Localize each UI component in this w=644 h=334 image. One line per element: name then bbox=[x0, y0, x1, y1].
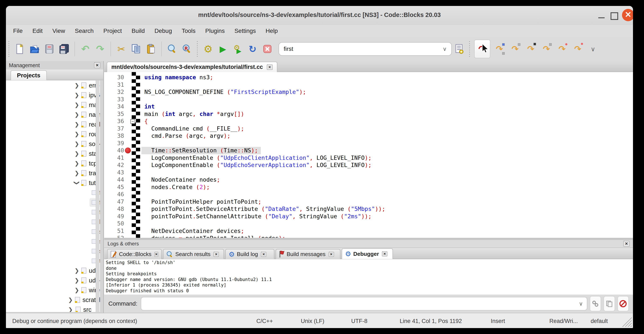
stop-debugger-button[interactable] bbox=[618, 296, 629, 311]
tree-item-mat[interactable]: ❯mat bbox=[6, 100, 100, 110]
code-line-31[interactable]: 31 bbox=[104, 81, 633, 89]
tree-item-tuto[interactable]: ❯tuto bbox=[6, 178, 100, 188]
line-number[interactable]: 40 bbox=[104, 147, 124, 154]
code-line-42[interactable]: 42 LogComponentEnable ("UdpEchoServerApp… bbox=[104, 161, 633, 169]
line-number[interactable]: 46 bbox=[104, 191, 124, 198]
fold-marker-icon[interactable]: − bbox=[130, 119, 135, 124]
tree-item-scratch[interactable]: ❯scratch bbox=[6, 295, 100, 305]
tree-item-si[interactable]: si bbox=[6, 246, 100, 256]
line-number[interactable]: 45 bbox=[104, 184, 124, 191]
save-all-button[interactable] bbox=[59, 43, 70, 55]
chevron-collapsed-icon[interactable]: ❯ bbox=[68, 297, 73, 303]
line-number[interactable]: 34 bbox=[104, 103, 124, 110]
horizontal-splitter[interactable] bbox=[104, 238, 633, 240]
toolbar-overflow-button[interactable]: ∨ bbox=[588, 43, 598, 55]
line-number[interactable]: 50 bbox=[104, 220, 124, 227]
next-line-button[interactable]: ↷ bbox=[509, 42, 521, 56]
step-into-button[interactable]: ↷ bbox=[525, 42, 536, 56]
log-tab-close-icon[interactable]: ✕ bbox=[154, 252, 158, 257]
management-close-icon[interactable]: ✕ bbox=[94, 62, 100, 68]
code-line-45[interactable]: 45 nodes.Create (2); bbox=[104, 184, 633, 191]
editor-tab-first-cc[interactable]: mnt/dev/tools/source/ns-3-dev/examples/t… bbox=[107, 62, 277, 72]
code-line-39[interactable]: 39 bbox=[104, 140, 633, 147]
debugger-log[interactable]: Setting SHELL to '/bin/sh'doneSetting br… bbox=[104, 259, 633, 294]
menu-file[interactable]: File bbox=[13, 28, 23, 34]
log-tab-code-blocks[interactable]: Code::Blocks✕ bbox=[107, 249, 162, 259]
rebuild-button[interactable]: ↻ bbox=[247, 43, 258, 55]
code-line-30[interactable]: 30using namespace ns3; bbox=[104, 74, 633, 81]
tree-item-se[interactable]: se bbox=[6, 236, 100, 246]
chevron-collapsed-icon[interactable]: ❯ bbox=[74, 121, 79, 128]
editor-tab-close-icon[interactable]: ✕ bbox=[267, 65, 273, 70]
code-line-52[interactable]: 52 devices = pointToPoint.Install (nodes… bbox=[104, 235, 633, 238]
log-tab-debugger[interactable]: ⚙Debugger✕ bbox=[342, 248, 393, 259]
paste-button[interactable] bbox=[146, 43, 156, 55]
run-button[interactable]: ▶ bbox=[218, 43, 228, 55]
chevron-collapsed-icon[interactable]: ❯ bbox=[74, 287, 79, 293]
chevron-collapsed-icon[interactable]: ❯ bbox=[68, 306, 74, 312]
chevron-collapsed-icon[interactable]: ❯ bbox=[74, 277, 79, 283]
build-target-combo[interactable]: first∨ bbox=[278, 42, 452, 56]
replace-button[interactable]: R bbox=[182, 43, 192, 55]
tree-item-src[interactable]: ❯src bbox=[6, 305, 100, 312]
code-line-40[interactable]: 40 Time::SetResolution (Time::NS); bbox=[104, 147, 633, 154]
log-tab-build-log[interactable]: ⚙Build log✕ bbox=[225, 249, 274, 259]
log-tab-close-icon[interactable]: ✕ bbox=[328, 252, 334, 257]
resize-grip[interactable] bbox=[622, 317, 632, 327]
line-number[interactable]: 35 bbox=[104, 110, 124, 118]
chevron-collapsed-icon[interactable]: ❯ bbox=[74, 267, 79, 274]
tree-item-tcp[interactable]: ❯tcp bbox=[6, 159, 100, 168]
tree-item-stat[interactable]: ❯stat bbox=[6, 149, 100, 159]
menu-edit[interactable]: Edit bbox=[32, 28, 42, 34]
line-number[interactable]: 37 bbox=[104, 125, 124, 132]
line-number[interactable]: 47 bbox=[104, 198, 124, 206]
tree-item-sock[interactable]: ❯sock bbox=[6, 139, 100, 149]
chevron-collapsed-icon[interactable]: ❯ bbox=[74, 150, 79, 157]
debug-continue-button[interactable]: ↷ bbox=[474, 40, 490, 58]
tree-item-erro[interactable]: ❯erro bbox=[6, 81, 100, 90]
step-into-instruction-button[interactable]: ↷ bbox=[572, 42, 584, 56]
tree-item-fir[interactable]: fir bbox=[6, 197, 100, 207]
minimize-button[interactable] bbox=[596, 11, 606, 20]
line-number[interactable]: 33 bbox=[104, 96, 124, 103]
tree-item-trafl[interactable]: ❯trafl bbox=[6, 168, 100, 178]
command-input[interactable]: ∨ bbox=[141, 297, 587, 310]
chevron-collapsed-icon[interactable]: ❯ bbox=[74, 112, 79, 118]
chevron-collapsed-icon[interactable]: ❯ bbox=[74, 160, 79, 167]
toolbar-grip[interactable] bbox=[8, 41, 10, 58]
line-number[interactable]: 39 bbox=[104, 140, 124, 147]
line-number[interactable]: 36 bbox=[104, 118, 124, 125]
attach-button[interactable] bbox=[590, 296, 601, 311]
code-line-46[interactable]: 46 bbox=[104, 191, 633, 198]
chevron-expanded-icon[interactable]: ❯ bbox=[74, 181, 80, 185]
code-editor[interactable]: 30using namespace ns3;3132NS_LOG_COMPONE… bbox=[104, 72, 633, 238]
code-line-50[interactable]: 50 bbox=[104, 220, 633, 227]
tree-item-udp[interactable]: ❯udp bbox=[6, 266, 100, 275]
menu-settings[interactable]: Settings bbox=[234, 28, 256, 34]
line-number[interactable]: 38 bbox=[104, 132, 124, 140]
chevron-collapsed-icon[interactable]: ❯ bbox=[74, 141, 79, 147]
line-number[interactable]: 48 bbox=[104, 205, 124, 213]
menu-search[interactable]: Search bbox=[75, 28, 94, 34]
toolbar-grip[interactable] bbox=[196, 41, 198, 58]
redo-button[interactable]: ↷ bbox=[95, 43, 106, 55]
line-number[interactable]: 30 bbox=[104, 74, 124, 81]
tree-item-se[interactable]: se bbox=[6, 227, 100, 236]
code-line-36[interactable]: 36−{ bbox=[104, 118, 633, 125]
cut-button[interactable]: ✂ bbox=[116, 43, 127, 55]
menu-build[interactable]: Build bbox=[132, 28, 144, 34]
tree-item-fo[interactable]: fo bbox=[6, 207, 100, 217]
log-tab-close-icon[interactable]: ✕ bbox=[382, 251, 388, 256]
log-tab-close-icon[interactable]: ✕ bbox=[261, 252, 266, 257]
chevron-down-icon[interactable]: ∨ bbox=[579, 300, 583, 307]
tree-item-udp-[interactable]: ❯udp- bbox=[6, 275, 100, 285]
menu-plugins[interactable]: Plugins bbox=[205, 28, 225, 34]
code-line-33[interactable]: 33 bbox=[104, 96, 633, 103]
chevron-collapsed-icon[interactable]: ❯ bbox=[74, 82, 79, 89]
line-number[interactable]: 43 bbox=[104, 169, 124, 176]
tree-item-ipv6[interactable]: ❯ipv6 bbox=[6, 90, 100, 100]
toolbar-grip[interactable] bbox=[469, 41, 471, 58]
build-button[interactable]: ⚙ bbox=[202, 43, 214, 55]
log-tab-build-messages[interactable]: Build messages✕ bbox=[276, 249, 340, 259]
line-number[interactable]: 42 bbox=[104, 161, 124, 169]
